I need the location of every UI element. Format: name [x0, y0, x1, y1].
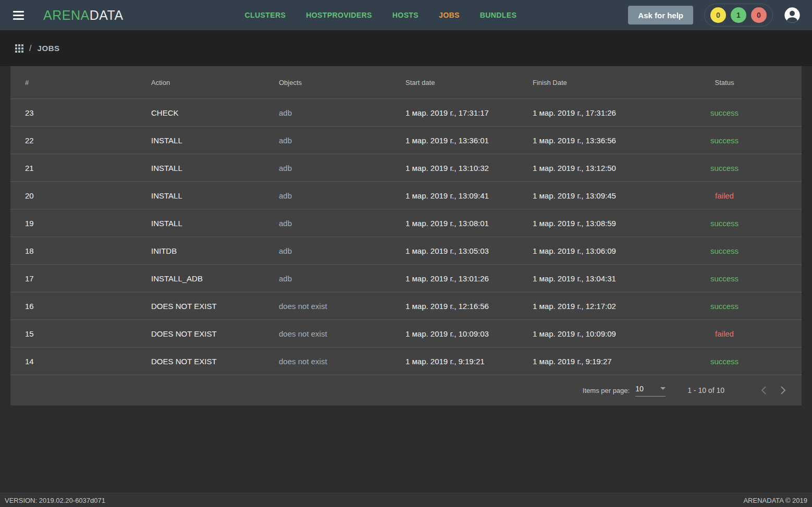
user-avatar-icon[interactable]	[784, 7, 801, 23]
job-object-link[interactable]: adb	[279, 246, 405, 255]
job-object-link[interactable]: adb	[279, 191, 405, 200]
job-status: success	[647, 164, 802, 172]
column-header-action: Action	[151, 79, 279, 86]
status-bar: VERSION: 2019.02.20-6037d071 ARENADATA ©…	[0, 493, 812, 507]
job-start-date: 1 мар. 2019 г., 17:31:17	[405, 108, 533, 117]
dropdown-arrow-icon	[660, 387, 666, 390]
job-start-date: 1 мар. 2019 г., 13:01:26	[405, 274, 533, 283]
job-status: failed	[647, 329, 802, 338]
job-status: success	[647, 219, 802, 228]
job-action: INSTALL_ADB	[151, 274, 279, 283]
job-finish-date: 1 мар. 2019 г., 13:06:09	[533, 246, 647, 255]
logo-part-arena: ARENA	[43, 8, 90, 22]
table-header-row: # Action Objects Start date Finish Date …	[10, 66, 802, 99]
job-id: 16	[10, 302, 151, 311]
job-start-date: 1 мар. 2019 г., 13:05:03	[405, 246, 533, 255]
brand-logo[interactable]: ARENADATA	[43, 8, 124, 23]
job-id: 22	[10, 136, 151, 145]
job-action: INSTALL	[151, 219, 279, 228]
job-id: 20	[10, 191, 151, 200]
counter-failed-badge[interactable]: 0	[751, 7, 767, 23]
pagination-range-label: 1 - 10 of 10	[687, 386, 724, 394]
table-row[interactable]: 23 CHECK adb 1 мар. 2019 г., 17:31:17 1 …	[10, 99, 802, 127]
table-row[interactable]: 19 INSTALL adb 1 мар. 2019 г., 13:08:01 …	[10, 209, 802, 237]
job-start-date: 1 мар. 2019 г., 13:09:41	[405, 191, 533, 200]
apps-grid-icon[interactable]	[15, 44, 23, 53]
job-action: INITDB	[151, 246, 279, 255]
table-row[interactable]: 16 DOES NOT EXIST does not exist 1 мар. …	[10, 292, 802, 320]
column-header-finish-date: Finish Date	[533, 79, 647, 86]
job-finish-date: 1 мар. 2019 г., 13:08:59	[533, 219, 647, 228]
menu-icon[interactable]	[13, 11, 24, 20]
job-finish-date: 1 мар. 2019 г., 13:12:50	[533, 164, 647, 172]
job-object-link[interactable]: adb	[279, 219, 405, 228]
ask-for-help-button[interactable]: Ask for help	[628, 6, 693, 24]
job-action: INSTALL	[151, 136, 279, 145]
counter-running-badge[interactable]: 0	[710, 7, 726, 23]
items-per-page-select[interactable]: 10	[635, 385, 666, 397]
logo-part-data: DATA	[90, 8, 124, 22]
next-page-button[interactable]	[781, 386, 786, 394]
job-object-link[interactable]: adb	[279, 108, 405, 117]
table-row[interactable]: 22 INSTALL adb 1 мар. 2019 г., 13:36:01 …	[10, 127, 802, 154]
table-row[interactable]: 18 INITDB adb 1 мар. 2019 г., 13:05:03 1…	[10, 237, 802, 265]
job-status: failed	[647, 191, 802, 200]
job-action: DOES NOT EXIST	[151, 357, 279, 366]
job-finish-date: 1 мар. 2019 г., 12:17:02	[533, 302, 647, 311]
table-row[interactable]: 21 INSTALL adb 1 мар. 2019 г., 13:10:32 …	[10, 154, 802, 182]
job-object-link[interactable]: adb	[279, 136, 405, 145]
navbar-right-group: Ask for help 0 1 0	[628, 4, 801, 27]
copyright-label: ARENADATA © 2019	[743, 497, 807, 504]
job-finish-date: 1 мар. 2019 г., 17:31:26	[533, 108, 647, 117]
job-finish-date: 1 мар. 2019 г., 9:19:27	[533, 357, 647, 366]
column-header-id: #	[10, 79, 151, 86]
pagination-bar: Items per page: 10 1 - 10 of 10	[10, 375, 802, 405]
version-label: VERSION: 2019.02.20-6037d071	[5, 497, 105, 504]
job-action: DOES NOT EXIST	[151, 302, 279, 311]
job-id: 17	[10, 274, 151, 283]
chevron-right-icon	[781, 386, 786, 394]
job-object-link[interactable]: does not exist	[279, 357, 405, 366]
breadcrumb: / JOBS	[0, 30, 812, 66]
job-status-counters: 0 1 0	[704, 4, 773, 27]
items-per-page-label: Items per page:	[583, 387, 630, 394]
table-row[interactable]: 14 DOES NOT EXIST does not exist 1 мар. …	[10, 348, 802, 375]
job-id: 21	[10, 164, 151, 172]
job-object-link[interactable]: does not exist	[279, 329, 405, 338]
job-action: CHECK	[151, 108, 279, 117]
job-action: INSTALL	[151, 191, 279, 200]
jobs-table-card: # Action Objects Start date Finish Date …	[10, 66, 802, 405]
job-object-link[interactable]: adb	[279, 164, 405, 172]
job-start-date: 1 мар. 2019 г., 13:08:01	[405, 219, 533, 228]
job-action: INSTALL	[151, 164, 279, 172]
breadcrumb-separator: /	[29, 44, 31, 53]
table-row[interactable]: 20 INSTALL adb 1 мар. 2019 г., 13:09:41 …	[10, 182, 802, 209]
breadcrumb-jobs[interactable]: JOBS	[37, 44, 59, 53]
items-per-page-value: 10	[635, 385, 644, 393]
job-status: success	[647, 274, 802, 283]
job-start-date: 1 мар. 2019 г., 10:09:03	[405, 329, 533, 338]
job-finish-date: 1 мар. 2019 г., 13:09:45	[533, 191, 647, 200]
chevron-left-icon	[761, 386, 766, 394]
nav-link-hostproviders[interactable]: HOSTPROVIDERS	[306, 11, 372, 19]
nav-link-clusters[interactable]: CLUSTERS	[245, 11, 286, 19]
job-id: 23	[10, 108, 151, 117]
table-row[interactable]: 17 INSTALL_ADB adb 1 мар. 2019 г., 13:01…	[10, 265, 802, 292]
column-header-objects: Objects	[279, 79, 405, 86]
job-start-date: 1 мар. 2019 г., 12:16:56	[405, 302, 533, 311]
nav-link-bundles[interactable]: BUNDLES	[480, 11, 516, 19]
job-object-link[interactable]: adb	[279, 274, 405, 283]
column-header-start-date: Start date	[405, 79, 533, 86]
prev-page-button[interactable]	[761, 386, 766, 394]
nav-link-jobs[interactable]: JOBS	[439, 11, 460, 19]
job-object-link[interactable]: does not exist	[279, 302, 405, 311]
job-id: 18	[10, 246, 151, 255]
counter-success-badge[interactable]: 1	[731, 7, 746, 23]
job-id: 15	[10, 329, 151, 338]
job-action: DOES NOT EXIST	[151, 329, 279, 338]
job-status: success	[647, 357, 802, 366]
nav-link-hosts[interactable]: HOSTS	[392, 11, 419, 19]
job-status: success	[647, 246, 802, 255]
table-row[interactable]: 15 DOES NOT EXIST does not exist 1 мар. …	[10, 320, 802, 348]
job-id: 14	[10, 357, 151, 366]
